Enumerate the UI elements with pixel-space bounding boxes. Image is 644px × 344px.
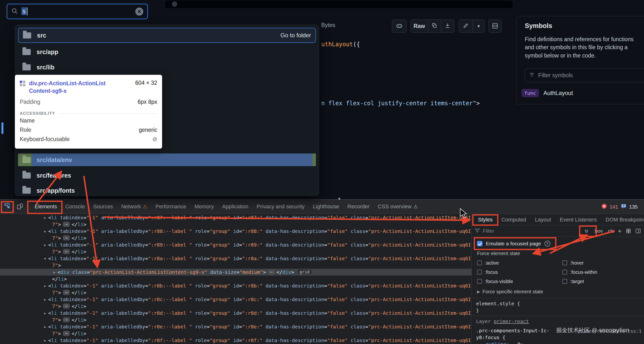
device-toolbar-button[interactable] — [15, 201, 25, 212]
devtools-tab-performance[interactable]: Performance — [151, 200, 190, 214]
state-toggle-active[interactable]: :active — [477, 259, 562, 267]
chevron-right-icon[interactable]: ▸ — [42, 310, 48, 317]
chevron-right-icon[interactable]: ▸ — [42, 214, 48, 221]
stylesheet-source-link[interactable]: primer-reac…odule.css:1 — [578, 328, 642, 335]
inline-expand-button[interactable]: ⋯ — [63, 222, 70, 227]
inline-expand-button[interactable]: ⋯ — [63, 249, 70, 254]
copilot-button[interactable] — [392, 19, 406, 33]
file-finder-search-input[interactable]: s × — [6, 4, 148, 19]
devtools-drag-handle[interactable] — [338, 198, 340, 200]
state-toggle-focus[interactable]: :focus — [477, 269, 562, 276]
css-property-value[interactable]: 0; — [518, 341, 523, 344]
tree-node[interactable]: 7">⋯</li> — [0, 303, 472, 310]
clear-search-button[interactable]: × — [135, 7, 143, 15]
finder-row-src-app-fonts[interactable]: src/app/fonts — [18, 184, 316, 196]
devtools-tab-css-overview[interactable]: CSS overview⚠ — [374, 200, 422, 214]
devtools-tab-application[interactable]: Application — [218, 200, 252, 214]
new-style-rule-button[interactable]: + — [618, 227, 622, 235]
devtools-tab-lighthouse[interactable]: Lighthouse — [309, 200, 344, 214]
header-avatar-icon[interactable] — [172, 1, 177, 7]
shorthand-expand-icon[interactable]: ▸ — [512, 342, 514, 344]
devtools-tab-elements[interactable]: Elements — [30, 200, 61, 214]
state-toggle-hover[interactable]: :hover — [562, 259, 644, 267]
state-toggle-focus-within[interactable]: :focus-within — [562, 269, 644, 276]
sidebar-tab-layout[interactable]: Layout — [530, 217, 555, 223]
emulate-focused-page-checkbox[interactable] — [477, 241, 482, 246]
checkbox[interactable] — [477, 279, 482, 284]
tree-node[interactable]: ▸<li tabindex="-1" aria-labelledby=":r8b… — [0, 282, 472, 289]
chevron-right-icon[interactable]: ▸ — [42, 228, 48, 235]
tree-node[interactable]: </li> — [0, 276, 472, 282]
finder-row-src-features[interactable]: src/features — [18, 169, 316, 182]
devtools-tab-memory[interactable]: Memory — [190, 200, 218, 214]
grid-settings-icon[interactable] — [626, 228, 631, 234]
symbol-name[interactable]: AuthLayout — [543, 90, 573, 96]
finder-row-src[interactable]: srcGo to folder — [18, 28, 316, 43]
checkbox[interactable] — [562, 270, 567, 275]
copy-raw-button[interactable] — [428, 20, 441, 32]
help-icon[interactable]: ? — [544, 241, 550, 247]
grid-badge[interactable]: grid — [297, 269, 312, 275]
layer-link[interactable]: primer-react — [494, 319, 529, 324]
tree-node[interactable]: 7">⋯</li> — [0, 317, 472, 323]
devtools-tab-recorder[interactable]: Recorder — [343, 200, 374, 214]
finder-row-src-data-env[interactable]: src/data/env — [18, 153, 316, 166]
tree-node[interactable]: 7">⋯</li> — [0, 248, 472, 255]
tree-node[interactable]: ▾<li tabindex="-1" aria-labelledby=":r8a… — [0, 255, 472, 262]
raw-button[interactable]: Raw — [411, 20, 428, 32]
symbols-toggle-button[interactable] — [488, 19, 502, 33]
inspect-element-button[interactable] — [2, 201, 13, 212]
issues-icon[interactable] — [620, 203, 627, 211]
chevron-right-icon[interactable]: ▸ — [42, 323, 48, 330]
inline-expand-button[interactable]: ⋯ — [63, 331, 70, 336]
chevron-right-icon[interactable]: ▸ — [42, 296, 48, 303]
errors-icon[interactable] — [601, 203, 607, 211]
edit-button[interactable] — [459, 20, 473, 32]
inline-expand-button[interactable]: ⋯ — [63, 235, 70, 241]
inline-expand-button[interactable]: ⋯ — [63, 317, 70, 322]
edit-dropdown-button[interactable]: ▾ — [473, 20, 484, 32]
computed-panel-icon[interactable] — [635, 228, 641, 234]
chevron-right-icon[interactable]: ▸ — [51, 269, 58, 276]
sidebar-tab-computed[interactable]: Computed — [497, 217, 531, 223]
tree-node-selected[interactable]: ▸<div class="prc-ActionList-ActionListCo… — [0, 269, 472, 276]
checkbox[interactable] — [477, 261, 482, 265]
css-rule-block[interactable]: primer-reac…odule.css:1 .prc-components-… — [472, 327, 644, 344]
chevron-right-icon[interactable]: ▸ — [42, 282, 48, 289]
styles-filter-input[interactable] — [483, 228, 542, 234]
devtools-tab-sources[interactable]: Sources — [89, 200, 117, 214]
devtools-tab-privacy-and-security[interactable]: Privacy and security — [252, 200, 309, 214]
toggle-hover-states-button[interactable]: :hov — [594, 228, 603, 234]
sidebar-tab-event-listeners[interactable]: Event Listeners — [556, 217, 601, 223]
tree-node[interactable]: ▸<li tabindex="-1" aria-labelledby=":r8e… — [0, 323, 472, 330]
tree-node[interactable]: ▸<li tabindex="-1" aria-labelledby=":r8d… — [0, 310, 472, 317]
css-property-name[interactable]: outline: — [486, 341, 509, 344]
tree-node[interactable]: ▸<li tabindex="-1" aria-labelledby=":r8c… — [0, 296, 472, 303]
force-specific-state-toggle[interactable]: ▶ Force specific element state — [472, 288, 644, 298]
emulate-focused-page-row[interactable]: Emulate a focused page ? — [472, 237, 644, 250]
tree-node[interactable]: 7">⋯</li> — [0, 235, 472, 241]
collapse-sections-icon[interactable] — [583, 228, 590, 234]
filter-symbols-input[interactable] — [538, 72, 642, 79]
tree-node[interactable]: 7">⋯</li> — [0, 330, 472, 337]
tree-node[interactable]: ▸<li tabindex="-1" aria-labelledby=":r89… — [0, 241, 472, 248]
inline-expand-button[interactable]: ⋯ — [63, 304, 70, 309]
checkbox[interactable] — [562, 261, 567, 265]
chevron-right-icon[interactable]: ▸ — [42, 337, 48, 344]
element-style-block[interactable]: element.style { } — [472, 298, 644, 316]
checkbox[interactable] — [562, 279, 567, 284]
issue-count[interactable]: 135 — [629, 204, 638, 210]
inline-expand-button[interactable]: ⋯ — [268, 270, 275, 275]
filter-symbols-field[interactable] — [525, 68, 644, 82]
finder-row-src-lib[interactable]: src/lib — [18, 61, 316, 74]
tree-node[interactable]: 7">⋯</li> — [0, 289, 472, 296]
tree-node[interactable]: ▸<li tabindex="-1" aria-labelledby=":r88… — [0, 228, 472, 235]
sidebar-tab-dom-breakpoints[interactable]: DOM Breakpoints — [601, 217, 644, 223]
chevron-right-icon[interactable]: ▸ — [42, 241, 48, 248]
finder-row-src-app[interactable]: src/app — [18, 45, 316, 58]
toggle-classes-button[interactable]: .cls — [607, 228, 614, 234]
sidebar-tab-styles[interactable]: Styles — [474, 217, 497, 223]
inline-expand-button[interactable]: ⋯ — [63, 290, 70, 295]
tree-node[interactable]: ▸<li tabindex="-1" aria-labelledby=":r8f… — [0, 337, 472, 344]
chevron-down-icon[interactable]: ▾ — [42, 255, 48, 262]
